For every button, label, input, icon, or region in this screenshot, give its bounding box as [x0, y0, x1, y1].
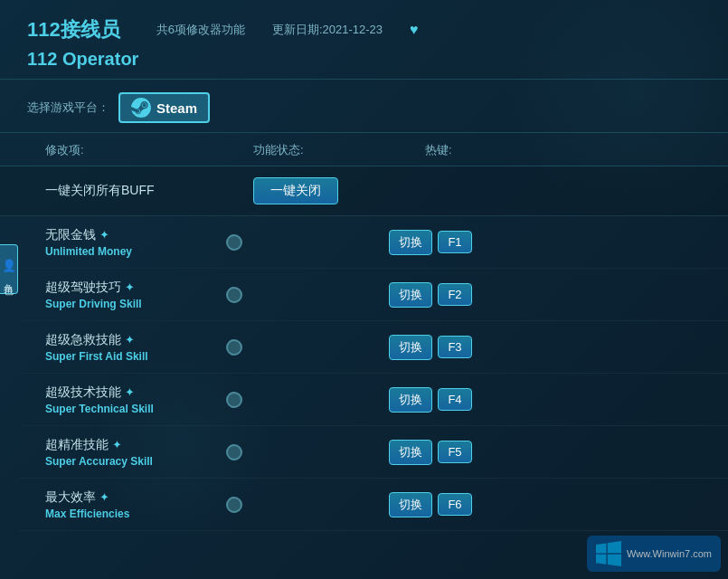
sidebar-tab-label: 角色 — [2, 276, 15, 280]
header-meta: 共6项修改器功能 更新日期:2021-12-23 ♥ — [156, 22, 419, 38]
col-header-mod: 修改项: — [45, 142, 244, 158]
mod-name-cn-5: 最大效率 ✦ — [45, 489, 226, 506]
toggle-dot-3[interactable] — [226, 392, 242, 408]
oneclick-row: 一键关闭所有BUFF 一键关闭 — [0, 166, 728, 216]
toggle-switch-area-1 — [226, 287, 389, 303]
steam-button[interactable]: Steam — [118, 92, 210, 123]
toggle-switch-area-3 — [226, 392, 389, 408]
hotkey-key-3: F4 — [438, 388, 472, 411]
mod-info-0: 无限金钱 ✦ Unlimited Money — [45, 227, 226, 258]
hotkey-key-1: F2 — [438, 283, 472, 306]
toggle-dot-2[interactable] — [226, 339, 242, 356]
hotkey-area-1: 切换 F2 — [389, 282, 701, 308]
hotkey-area-0: 切换 F1 — [389, 230, 701, 255]
col-header-status: 功能状态: — [244, 142, 425, 158]
mod-name-cn-0: 无限金钱 ✦ — [45, 227, 226, 243]
toggle-switch-area-0 — [226, 234, 389, 251]
hotkey-area-4: 切换 F5 — [389, 440, 701, 465]
mod-name-en-3: Super Technical Skill — [45, 403, 226, 415]
mod-info-5: 最大效率 ✦ Max Efficiencies — [45, 489, 226, 520]
mod-name-cn-2: 超级急救技能 ✦ — [45, 332, 226, 348]
mod-name-cn-4: 超精准技能 ✦ — [45, 437, 226, 453]
header-top: 112接线员 共6项修改器功能 更新日期:2021-12-23 ♥ — [27, 16, 710, 43]
star-icon-5: ✦ — [99, 490, 109, 504]
mod-info-1: 超级驾驶技巧 ✦ Super Driving Skill — [45, 280, 226, 310]
star-icon-3: ✦ — [125, 385, 135, 399]
hotkey-key-5: F6 — [438, 493, 472, 516]
game-title-cn: 112接线员 — [27, 16, 120, 43]
hotkey-key-4: F5 — [438, 441, 472, 463]
watermark-badge: Www.Winwin7.com — [587, 536, 721, 572]
toggle-dot-5[interactable] — [226, 497, 242, 513]
toggle-dot-0[interactable] — [226, 234, 242, 251]
star-icon-1: ✦ — [125, 280, 135, 294]
toggle-switch-area-4 — [226, 444, 389, 460]
mod-info-4: 超精准技能 ✦ Super Accuracy Skill — [45, 437, 226, 468]
hotkey-toggle-btn-1[interactable]: 切换 — [389, 282, 432, 308]
mod-name-en-5: Max Efficiencies — [45, 508, 226, 520]
mod-row: 最大效率 ✦ Max Efficiencies 切换 F6 — [20, 479, 728, 531]
mods-list: 无限金钱 ✦ Unlimited Money 切换 F1 超级驾驶技巧 ✦ Su… — [20, 216, 728, 531]
mod-name-en-4: Super Accuracy Skill — [45, 455, 226, 468]
hotkey-toggle-btn-3[interactable]: 切换 — [389, 387, 432, 413]
platform-label: 选择游戏平台： — [27, 100, 109, 116]
mod-name-cn-1: 超级驾驶技巧 ✦ — [45, 280, 226, 296]
game-title-en: 112 Operator — [27, 49, 710, 70]
platform-section: 选择游戏平台： Steam — [0, 80, 728, 133]
steam-label: Steam — [156, 100, 197, 116]
windows-logo-icon — [596, 541, 621, 566]
hotkey-toggle-btn-0[interactable]: 切换 — [389, 230, 432, 255]
mod-name-en-0: Unlimited Money — [45, 245, 226, 258]
watermark-text: Www.Winwin7.com — [627, 548, 712, 559]
toggle-switch-area-2 — [226, 339, 389, 356]
update-date: 更新日期:2021-12-23 — [272, 22, 383, 38]
mod-row: 超精准技能 ✦ Super Accuracy Skill 切换 F5 — [20, 426, 728, 479]
hotkey-area-5: 切换 F6 — [389, 492, 701, 517]
mod-row: 超级驾驶技巧 ✦ Super Driving Skill 切换 F2 — [20, 269, 728, 321]
hotkey-key-0: F1 — [438, 231, 472, 253]
toggle-dot-1[interactable] — [226, 287, 242, 303]
hotkey-key-2: F3 — [438, 336, 472, 358]
mod-row: 超级急救技能 ✦ Super First Aid Skill 切换 F3 — [20, 321, 728, 374]
star-icon-4: ✦ — [112, 438, 122, 451]
mod-row: 无限金钱 ✦ Unlimited Money 切换 F1 — [20, 216, 728, 269]
hotkey-toggle-btn-4[interactable]: 切换 — [389, 440, 432, 465]
column-headers: 修改项: 功能状态: 热键: — [0, 133, 728, 166]
hotkey-area-2: 切换 F3 — [389, 335, 701, 360]
main-container: 112接线员 共6项修改器功能 更新日期:2021-12-23 ♥ 112 Op… — [0, 0, 728, 579]
mod-name-cn-3: 超级技术技能 ✦ — [45, 384, 226, 401]
oneclick-label: 一键关闭所有BUFF — [45, 183, 244, 199]
oneclick-button-area: 一键关闭 — [244, 177, 425, 204]
mod-info-3: 超级技术技能 ✦ Super Technical Skill — [45, 384, 226, 415]
mod-name-en-1: Super Driving Skill — [45, 298, 226, 310]
toggle-switch-area-5 — [226, 497, 389, 513]
favorite-icon[interactable]: ♥ — [410, 22, 419, 38]
watermark: Www.Winwin7.com — [587, 536, 721, 572]
mod-count: 共6项修改器功能 — [156, 22, 245, 38]
mod-row: 超级技术技能 ✦ Super Technical Skill 切换 F4 — [20, 374, 728, 426]
sidebar-tab[interactable]: 👤 角色 — [0, 244, 18, 294]
oneclick-button[interactable]: 一键关闭 — [253, 177, 338, 204]
star-icon-2: ✦ — [125, 333, 135, 346]
hotkey-area-3: 切换 F4 — [389, 387, 701, 413]
steam-logo-icon — [131, 98, 151, 118]
hotkey-toggle-btn-2[interactable]: 切换 — [389, 335, 432, 360]
toggle-dot-4[interactable] — [226, 444, 242, 460]
character-icon: 👤 — [2, 259, 16, 272]
col-header-hotkey: 热键: — [425, 142, 701, 158]
header: 112接线员 共6项修改器功能 更新日期:2021-12-23 ♥ 112 Op… — [0, 0, 728, 80]
mod-info-2: 超级急救技能 ✦ Super First Aid Skill — [45, 332, 226, 363]
mod-name-en-2: Super First Aid Skill — [45, 350, 226, 363]
hotkey-toggle-btn-5[interactable]: 切换 — [389, 492, 432, 517]
star-icon-0: ✦ — [99, 228, 109, 242]
